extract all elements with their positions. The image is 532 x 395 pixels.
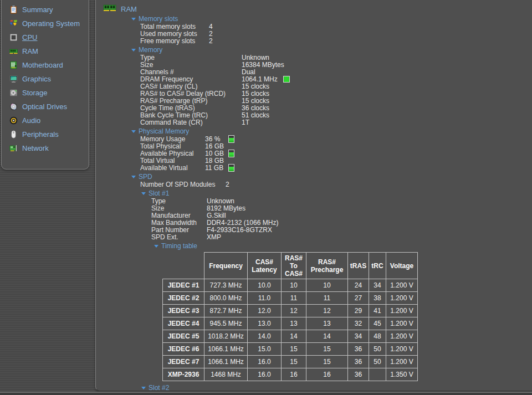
sidebar-nav: Summary Operating System CPU RAM Motherb [2, 0, 89, 155]
row-label: Cycle Time (tRAS) [140, 104, 242, 112]
table-cell: 1.350 V [386, 368, 418, 381]
mouse-icon [8, 130, 18, 140]
collapse-triangle-icon [131, 49, 136, 52]
table-cell: 10.0 [248, 279, 282, 292]
table-cell: 50 [369, 356, 386, 368]
column-header: Voltage [386, 253, 418, 279]
sidebar-item-label: Graphics [22, 75, 51, 83]
speaker-icon [8, 116, 18, 126]
info-row: Channels #Dual [140, 68, 532, 75]
clipboard-icon [8, 5, 18, 15]
info-row: Used memory slots2 [140, 30, 532, 37]
section-timing-table[interactable]: Timing table [154, 242, 532, 250]
table-cell: 15 [306, 356, 348, 368]
sidebar-item-network[interactable]: Network [2, 141, 89, 155]
row-label: Bank Cycle Time (tRC) [140, 111, 242, 119]
info-row: Memory Usage36 % [140, 135, 532, 142]
cpu-chip-icon [8, 33, 18, 43]
timing-table-header-row: Frequency CAS# Latency RAS# To CAS# RAS#… [163, 253, 418, 279]
table-cell: 36 [348, 368, 369, 381]
green-square-icon [283, 76, 290, 83]
sidebar-item-peripherals[interactable]: Peripherals [2, 127, 89, 141]
row-value: 16384 MBytes [242, 61, 284, 69]
level-gauge-icon [228, 150, 234, 157]
row-header: JEDEC #2 [163, 292, 204, 305]
ram-stick-icon [103, 4, 116, 14]
sidebar-item-audio[interactable]: Audio [2, 114, 89, 127]
table-cell: 12 [282, 305, 306, 317]
row-header: XMP-2936 [163, 368, 204, 381]
row-value: Dual [242, 68, 255, 76]
row-header: JEDEC #1 [163, 279, 204, 292]
row-value: 1064.1 MHz [242, 75, 278, 83]
info-row: Total Physical16 GB [140, 142, 532, 150]
sidebar-item-motherboard[interactable]: Motherboard [2, 58, 89, 72]
sidebar-panel: Summary Operating System CPU RAM Motherb [1, 0, 89, 170]
sidebar-item-label: Optical Drives [22, 102, 67, 111]
sidebar-item-label: Storage [22, 89, 48, 97]
sidebar-item-label: RAM [22, 47, 38, 55]
table-cell: 27 [348, 292, 369, 305]
info-row: Command Rate (CR)1T [140, 119, 532, 126]
row-value: 10 GB [205, 150, 228, 157]
sidebar-item-label: Network [22, 144, 49, 152]
collapse-triangle-icon [131, 130, 136, 133]
table-cell: 1018.2 MHz [204, 330, 248, 343]
section-spd[interactable]: SPD [131, 173, 532, 181]
table-cell: 872.7 MHz [204, 305, 248, 317]
section-memory-slots[interactable]: Memory slots [131, 15, 532, 23]
row-label: Size [151, 204, 207, 212]
table-cell: 11.0 [248, 292, 282, 305]
row-label: Memory Usage [140, 135, 205, 143]
sidebar-item-storage[interactable]: Storage [2, 86, 89, 100]
section-memory[interactable]: Memory [131, 46, 532, 54]
row-label: Channels # [140, 68, 242, 76]
row-value: G.Skill [207, 212, 226, 219]
row-value: 15 clocks [242, 90, 269, 98]
table-cell: 1.200 V [386, 356, 418, 368]
row-label: RAS# to CAS# Delay (tRCD) [140, 90, 242, 98]
table-cell: 29 [348, 305, 369, 317]
sidebar-item-label: CPU [22, 33, 37, 42]
row-label: Max Bandwidth [151, 219, 207, 227]
row-value: XMP [207, 233, 221, 241]
table-cell: 15.0 [248, 343, 282, 356]
row-label: Part Number [151, 226, 207, 234]
timing-table-corner-cell [163, 253, 204, 279]
sidebar-item-optical-drives[interactable]: Optical Drives [2, 100, 89, 114]
section-physical-memory[interactable]: Physical Memory [131, 127, 532, 135]
row-header: JEDEC #4 [163, 317, 204, 330]
table-cell: 16 [306, 368, 348, 381]
table-cell: 1066.1 MHz [204, 356, 248, 368]
table-cell: 1066.1 MHz [204, 343, 248, 356]
section-slot-2[interactable]: Slot #2 [141, 384, 532, 392]
table-cell: 32 [348, 317, 369, 330]
table-cell: 14.0 [248, 330, 282, 343]
section-slot-1[interactable]: Slot #1 [141, 189, 532, 197]
table-cell: 1.200 V [386, 343, 418, 356]
sidebar-item-cpu[interactable]: CPU [2, 30, 89, 44]
table-cell: 14 [282, 330, 306, 343]
row-header: JEDEC #6 [163, 343, 204, 356]
harddrive-icon [8, 88, 18, 98]
row-value: 11 GB [205, 164, 228, 172]
row-label: Available Virtual [140, 164, 205, 172]
row-label: Size [140, 61, 242, 69]
sidebar-item-label: Summary [22, 6, 53, 14]
row-label: Type [151, 197, 207, 205]
column-header: tRAS [348, 253, 369, 279]
sidebar-item-operating-system[interactable]: Operating System [2, 17, 89, 30]
table-cell: 50 [369, 343, 386, 356]
sidebar-item-summary[interactable]: Summary [2, 3, 89, 17]
table-cell: 14 [306, 330, 348, 343]
sidebar-item-label: Operating System [22, 19, 80, 28]
table-row: XMP-2936 1468 MHz16.01616361.350 V [163, 368, 418, 381]
table-cell: 1.200 V [386, 317, 418, 330]
sidebar-item-graphics[interactable]: Graphics [2, 72, 89, 86]
disc-icon [8, 102, 18, 112]
table-cell [369, 368, 386, 381]
row-value: 36 % [205, 135, 228, 143]
row-value: 51 clocks [242, 111, 269, 119]
table-cell: 1.200 V [386, 305, 418, 317]
sidebar-item-ram[interactable]: RAM [2, 44, 89, 58]
